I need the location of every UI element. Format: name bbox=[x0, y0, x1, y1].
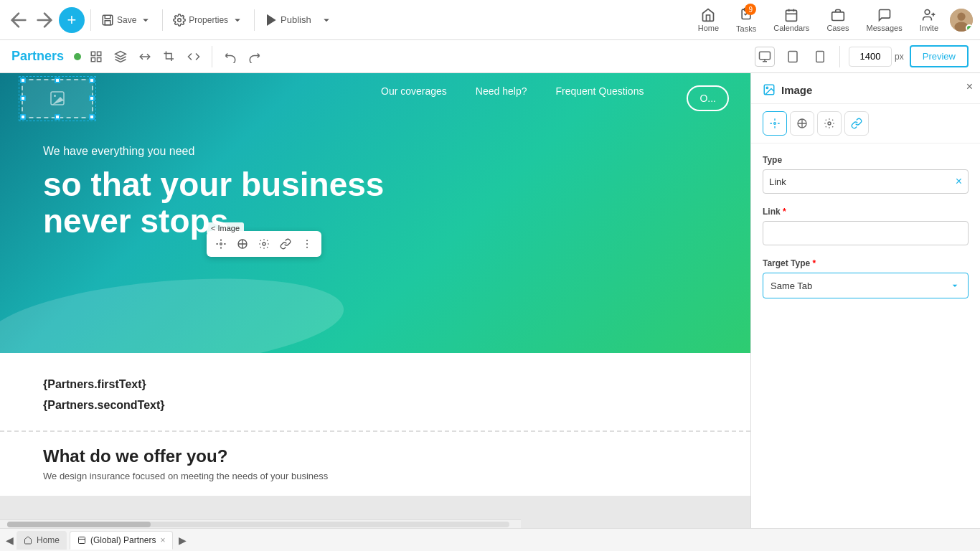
svg-point-38 bbox=[774, 123, 776, 125]
grid-icon bbox=[90, 50, 103, 63]
type-clear-btn[interactable]: × bbox=[956, 175, 962, 188]
undo-button[interactable] bbox=[221, 47, 240, 66]
layers-icon bbox=[114, 50, 127, 63]
tablet-icon bbox=[786, 50, 799, 63]
image-link-btn[interactable] bbox=[275, 234, 296, 254]
properties-button[interactable]: Properties bbox=[169, 11, 248, 29]
main-area: Our coverages Need help? Frequent Questi… bbox=[0, 73, 980, 528]
svg-rect-8 bbox=[832, 11, 844, 20]
image-color-btn[interactable] bbox=[232, 234, 253, 254]
handle-tl[interactable] bbox=[20, 77, 26, 83]
panel-tab-color[interactable] bbox=[790, 111, 814, 136]
handle-bl[interactable] bbox=[20, 114, 26, 120]
nav-calendars[interactable]: Calendars bbox=[768, 6, 815, 34]
tab-partners[interactable]: (Global) Partners × bbox=[70, 531, 173, 550]
save-dropdown-icon bbox=[139, 14, 152, 27]
partner-var-1: {Partners.firstText} bbox=[43, 375, 707, 395]
calendars-icon bbox=[784, 8, 798, 22]
svg-marker-19 bbox=[116, 51, 126, 57]
handle-mr[interactable] bbox=[89, 95, 95, 101]
scroll-right-btn[interactable]: ▶ bbox=[179, 534, 187, 546]
panel-image-icon bbox=[763, 83, 776, 96]
svg-point-37 bbox=[766, 87, 768, 88]
nav-home[interactable]: Home bbox=[692, 6, 725, 34]
forward-nav-icon[interactable] bbox=[33, 9, 56, 32]
publish-dropdown-icon bbox=[320, 14, 333, 27]
canvas-scroll[interactable]: Our coverages Need help? Frequent Questi… bbox=[0, 73, 750, 528]
svg-point-32 bbox=[263, 242, 265, 245]
nav-cases[interactable]: Cases bbox=[821, 6, 854, 34]
redo-button[interactable] bbox=[245, 47, 264, 66]
desktop-view-button[interactable] bbox=[755, 47, 775, 67]
second-toolbar: Partners bbox=[0, 40, 980, 73]
nav-invite[interactable]: Invite bbox=[914, 6, 944, 34]
code-button[interactable] bbox=[184, 47, 203, 66]
tab-partners-label: (Global) Partners bbox=[90, 535, 156, 545]
panel-tab-link[interactable] bbox=[844, 111, 869, 136]
preview-button[interactable]: Preview bbox=[910, 45, 969, 67]
panel-tab-settings[interactable] bbox=[817, 111, 842, 136]
handle-ml[interactable] bbox=[20, 95, 26, 101]
image-move-btn[interactable] bbox=[211, 234, 231, 254]
svg-point-35 bbox=[306, 247, 308, 248]
publish-label: Publish bbox=[281, 14, 311, 25]
nav-structure-icon bbox=[138, 50, 151, 63]
user-avatar[interactable] bbox=[950, 9, 973, 32]
toolbar-left: + Save Properties bbox=[7, 7, 689, 33]
width-input[interactable] bbox=[849, 47, 892, 67]
handle-bm[interactable] bbox=[55, 114, 60, 120]
settings-icon bbox=[258, 238, 270, 250]
crop-button[interactable] bbox=[160, 47, 179, 66]
nav-tasks[interactable]: 9 Tasks bbox=[730, 5, 762, 34]
nav-link-coverages[interactable]: Our coverages bbox=[381, 85, 447, 111]
image-floating-toolbar bbox=[207, 231, 321, 257]
link-input[interactable] bbox=[763, 221, 969, 245]
tab-home-icon bbox=[24, 536, 32, 545]
target-type-select[interactable]: Same Tab bbox=[763, 273, 969, 298]
image-settings-btn[interactable] bbox=[254, 234, 274, 254]
target-type-value: Same Tab bbox=[771, 281, 812, 291]
grid-view-button[interactable] bbox=[87, 47, 105, 66]
tab-partners-close[interactable]: × bbox=[160, 535, 165, 545]
nav-cta[interactable]: O... bbox=[687, 85, 729, 111]
partner-vars: {Partners.firstText} {Partners.secondTex… bbox=[43, 375, 707, 416]
type-field[interactable]: Link × bbox=[763, 169, 969, 194]
scroll-left-btn[interactable]: ◀ bbox=[6, 534, 14, 546]
logo-image[interactable] bbox=[22, 79, 93, 118]
nav-link-help[interactable]: Need help? bbox=[476, 85, 527, 111]
back-nav-icon[interactable] bbox=[7, 9, 30, 32]
handle-tm[interactable] bbox=[55, 77, 60, 83]
image-more-btn[interactable] bbox=[297, 234, 317, 254]
color-icon bbox=[237, 238, 248, 250]
tablet-view-button[interactable] bbox=[783, 47, 802, 66]
tab-partners-icon bbox=[77, 536, 86, 545]
mobile-view-button[interactable] bbox=[811, 47, 829, 66]
scrollbar-thumb[interactable] bbox=[7, 522, 151, 527]
handle-tr[interactable] bbox=[89, 77, 95, 83]
handle-br[interactable] bbox=[89, 114, 95, 120]
nav-messages[interactable]: Messages bbox=[861, 6, 908, 34]
save-button[interactable]: Save bbox=[97, 11, 156, 29]
publish-dropdown-button[interactable] bbox=[319, 12, 334, 28]
panel-close-button[interactable]: × bbox=[966, 80, 973, 93]
nav-structure-button[interactable] bbox=[136, 47, 154, 66]
second-toolbar-divider2 bbox=[839, 46, 840, 67]
svg-rect-15 bbox=[91, 52, 95, 55]
page-title: Partners bbox=[11, 49, 64, 64]
nav-link-faq[interactable]: Frequent Questions bbox=[555, 85, 644, 111]
scrollbar-track[interactable] bbox=[7, 522, 509, 527]
online-indicator bbox=[966, 24, 973, 32]
save-label: Save bbox=[117, 15, 136, 25]
type-value: Link bbox=[769, 176, 786, 187]
panel-tab-move[interactable] bbox=[763, 111, 787, 136]
toolbar-right: Home 9 Tasks bbox=[692, 5, 973, 34]
link-label: Link * bbox=[763, 207, 969, 217]
target-type-label: Target Type * bbox=[763, 258, 969, 268]
publish-button[interactable]: Publish bbox=[260, 11, 316, 29]
layers-button[interactable] bbox=[111, 47, 130, 66]
toolbar-divider3 bbox=[254, 9, 255, 31]
add-button[interactable]: + bbox=[59, 7, 85, 33]
save-icon bbox=[101, 14, 114, 27]
type-form-group: Type Link × bbox=[763, 155, 969, 194]
tab-home[interactable]: Home bbox=[17, 531, 67, 550]
